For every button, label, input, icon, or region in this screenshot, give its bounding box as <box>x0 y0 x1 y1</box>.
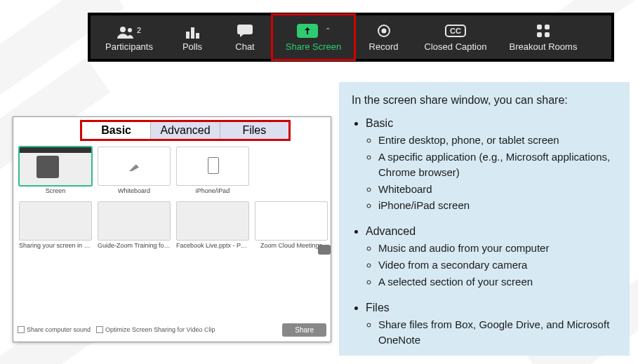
share-screen-dialog: Basic Advanced Files Screen Whiteboard i… <box>13 116 331 342</box>
share-confirm-button[interactable]: Share <box>282 323 326 337</box>
participants-button[interactable]: 2 Participants <box>91 15 168 59</box>
share-options-caret-icon[interactable]: ⌃ <box>325 27 331 34</box>
tab-basic[interactable]: Basic <box>82 122 150 139</box>
tile-label: Whiteboard <box>98 187 171 194</box>
share-dialog-footer: Share computer sound Optimize Screen Sha… <box>18 322 326 337</box>
breakout-rooms-button[interactable]: Breakout Rooms <box>498 15 589 59</box>
tile-label: Facebook Live.pptx - PowerPoint <box>176 242 249 249</box>
chat-label: Chat <box>235 41 254 52</box>
polls-icon <box>186 23 199 39</box>
closed-caption-button[interactable]: CC Closed Caption <box>413 15 498 59</box>
info-panel: In the screen share window, you can shar… <box>339 82 630 356</box>
info-advanced-title: Advanced <box>366 225 416 237</box>
record-button[interactable]: Record <box>354 15 413 59</box>
breakout-rooms-icon <box>536 23 550 39</box>
svg-point-1 <box>128 28 132 32</box>
info-item: Music and audio from your computer <box>378 241 617 256</box>
info-basic-title: Basic <box>366 117 393 129</box>
info-item: A specific application (e.g., Microsoft … <box>378 149 617 180</box>
info-item: A selected section of your screen <box>378 274 617 290</box>
info-heading: In the screen share window, you can shar… <box>352 92 617 108</box>
share-screen-button[interactable]: ⌃ Share Screen <box>273 15 354 59</box>
tab-files[interactable]: Files <box>220 122 288 139</box>
record-label: Record <box>369 41 399 52</box>
optimize-video-checkbox[interactable]: Optimize Screen Sharing for Video Clip <box>96 326 215 334</box>
share-option-screen[interactable]: Screen <box>19 147 92 194</box>
svg-rect-5 <box>545 25 550 29</box>
svg-point-0 <box>120 27 126 32</box>
svg-point-3 <box>381 28 386 33</box>
info-item: Whiteboard <box>378 182 617 197</box>
share-screen-icon <box>297 24 318 38</box>
participants-label: Participants <box>105 41 153 52</box>
svg-rect-6 <box>537 32 542 37</box>
info-item: Share files from Box, Google Drive, and … <box>378 317 617 348</box>
info-files-title: Files <box>366 302 390 314</box>
share-screen-label: Share Screen <box>286 41 342 52</box>
share-option-iphone-ipad[interactable]: iPhone/iPad <box>176 147 249 194</box>
info-item: iPhone/iPad screen <box>378 198 617 213</box>
share-option-window[interactable]: Facebook Live.pptx - PowerPoint <box>176 201 249 249</box>
camera-icon <box>318 245 331 255</box>
svg-rect-7 <box>545 32 550 37</box>
svg-rect-4 <box>537 25 542 29</box>
breakout-rooms-label: Breakout Rooms <box>510 41 578 52</box>
polls-button[interactable]: Polls <box>168 15 217 59</box>
share-option-window[interactable]: Guide-Zoom Training for Fresh C... <box>98 201 171 249</box>
meeting-toolbar: 2 Participants Polls Chat ⌃ Share Screen… <box>88 13 614 62</box>
tab-advanced[interactable]: Advanced <box>150 122 219 139</box>
chat-icon <box>237 23 253 39</box>
closed-caption-label: Closed Caption <box>425 41 487 52</box>
info-item: Video from a secondary camera <box>378 257 617 273</box>
chat-button[interactable]: Chat <box>217 15 273 59</box>
tile-label: iPhone/iPad <box>176 187 249 194</box>
polls-label: Polls <box>182 41 202 52</box>
share-sound-checkbox[interactable]: Share computer sound <box>18 326 91 334</box>
share-option-window[interactable]: Zoom Cloud Meetings <box>255 201 328 249</box>
tile-label: Sharing your screen in a meeting ... <box>19 242 92 249</box>
participants-icon: 2 <box>117 23 141 39</box>
tile-label: Screen <box>19 187 92 194</box>
share-tabs: Basic Advanced Files <box>80 120 291 141</box>
tile-label: Zoom Cloud Meetings <box>255 242 328 249</box>
share-option-whiteboard[interactable]: Whiteboard <box>98 147 171 194</box>
tile-label: Guide-Zoom Training for Fresh C... <box>98 242 171 249</box>
info-item: Entire desktop, phone, or tablet screen <box>378 133 617 148</box>
closed-caption-icon: CC <box>445 23 466 39</box>
share-option-window[interactable]: Sharing your screen in a meeting ... <box>19 201 92 249</box>
participants-count: 2 <box>137 26 141 34</box>
record-icon <box>377 23 391 39</box>
